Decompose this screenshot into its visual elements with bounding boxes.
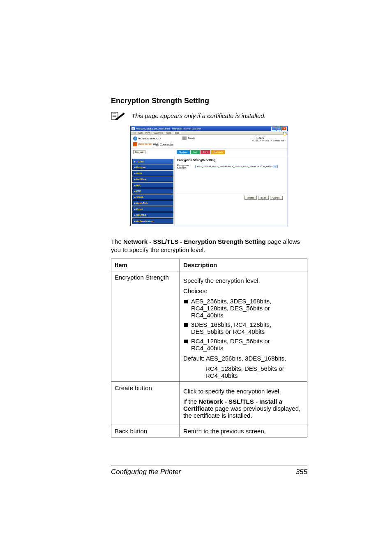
page-footer: Configuring the Printer 355 xyxy=(111,465,307,476)
bullet-icon xyxy=(184,323,188,327)
tab-print[interactable]: Print xyxy=(201,150,210,154)
footer-page-number: 355 xyxy=(296,468,307,476)
bullet-icon xyxy=(184,340,188,343)
sidebar-item-bonjour[interactable]: Bonjour xyxy=(132,164,173,170)
row-back-button-item: Back button xyxy=(111,425,180,437)
menu-tools[interactable]: Tools xyxy=(166,132,171,134)
back-button[interactable]: Back xyxy=(258,196,268,200)
printer-icon xyxy=(182,136,187,140)
tab-job[interactable]: Job xyxy=(191,150,200,154)
sidebar-item-netware[interactable]: NetWare xyxy=(132,176,173,182)
status-text: Ready xyxy=(188,137,195,139)
bullet-icon xyxy=(184,300,188,303)
menu-help[interactable]: Help xyxy=(174,132,179,134)
menu-bar: File Edit View Favorites Tools Help xyxy=(131,131,288,135)
sidebar-item-tcpip[interactable]: TCP/IP xyxy=(132,159,173,164)
ie-logo-icon xyxy=(283,132,287,136)
tab-system[interactable]: System xyxy=(177,150,190,154)
button-row: Create Back Cancel xyxy=(177,194,285,201)
webconnection-label: PAGE SCOPE Web Connection xyxy=(133,142,182,146)
sidebar-item-ssltls[interactable]: SSL/TLS xyxy=(132,212,173,217)
section-heading: Encryption Strength Setting xyxy=(111,97,307,105)
brand-logo: KONICA MINOLTA xyxy=(133,136,182,141)
model-label: KONICA MINOLTA bizhub 40P xyxy=(234,139,285,142)
row-create-button-desc: Click to specify the encryption level. I… xyxy=(180,382,307,425)
sidebar-item-authentication[interactable]: Authentication xyxy=(132,218,173,224)
menu-file[interactable]: File xyxy=(132,132,136,134)
field-label-encryption-strength: Encryption Strength xyxy=(177,164,193,169)
globe-icon xyxy=(133,136,137,141)
sidebar-item-snmp[interactable]: SNMP xyxy=(132,194,173,200)
brand-text: KONICA MINOLTA xyxy=(138,137,161,140)
sidebar-item-appletalk[interactable]: AppleTalk xyxy=(132,200,173,206)
menu-favorites[interactable]: Favorites xyxy=(153,132,163,134)
row-back-button-desc: Return to the previous screen. xyxy=(180,425,307,437)
logout-button[interactable]: Log out xyxy=(133,150,145,154)
sidebar-item-ipp[interactable]: IPP xyxy=(132,183,173,188)
th-item: Item xyxy=(111,259,180,271)
sidebar-item-ftp[interactable]: FTP xyxy=(132,188,173,194)
ready-label: READY xyxy=(234,136,285,139)
th-description: Description xyxy=(180,259,307,271)
main-heading: Encryption Strength Setting xyxy=(177,159,285,162)
pagescope-icon xyxy=(133,142,137,146)
toolbar: Log out System Job Print Network xyxy=(131,148,288,156)
footer-section: Configuring the Printer xyxy=(111,468,181,476)
page-header: KONICA MINOLTA PAGE SCOPE Web Connection… xyxy=(131,135,288,148)
note-icon xyxy=(111,111,126,120)
close-button[interactable]: × xyxy=(282,127,287,131)
menu-view[interactable]: View xyxy=(145,132,150,134)
row-encryption-strength-desc: Specify the encryption level. Choices: A… xyxy=(180,271,307,382)
minimize-button[interactable]: – xyxy=(271,127,276,131)
sidebar-item-email[interactable]: Email xyxy=(132,206,173,212)
note-text: This page appears only if a certificate … xyxy=(131,112,266,119)
row-encryption-strength-item: Encryption Strength xyxy=(111,271,180,382)
sidebar-item-wsd[interactable]: WSD xyxy=(132,171,173,176)
sidebar: TCP/IP Bonjour WSD NetWare IPP FTP SNMP … xyxy=(131,156,175,226)
create-button[interactable]: Create xyxy=(244,196,257,200)
cancel-button[interactable]: Cancel xyxy=(270,196,283,200)
main-pane: Encryption Strength Setting Encryption S… xyxy=(175,156,288,226)
tab-network[interactable]: Network xyxy=(211,150,225,154)
note-row: This page appears only if a certificate … xyxy=(111,111,307,120)
ie-icon: e xyxy=(131,127,135,130)
window-titlebar: e http://192.168.1.2/a_index.html - Micr… xyxy=(131,126,288,131)
browser-window: e http://192.168.1.2/a_index.html - Micr… xyxy=(130,126,288,226)
row-create-button-item: Create button xyxy=(111,382,180,425)
svg-rect-5 xyxy=(133,142,137,146)
encryption-strength-select[interactable]: AES_256bits,3DES_168bits,RC4_128bits,DES… xyxy=(195,165,278,168)
menu-edit[interactable]: Edit xyxy=(138,132,143,134)
intro-paragraph: The Network - SSL/TLS - Encryption Stren… xyxy=(111,238,307,254)
window-title: http://192.168.1.2/a_index.html - Micros… xyxy=(136,127,271,130)
spec-table: Item Description Encryption Strength Spe… xyxy=(111,259,307,437)
maximize-button[interactable]: □ xyxy=(277,127,281,131)
